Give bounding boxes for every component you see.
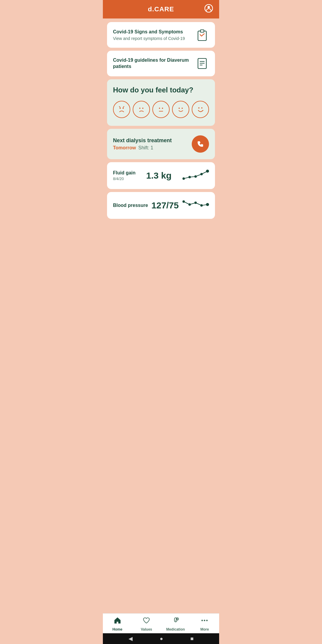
blood-pressure-card[interactable]: Blood pressure 127/75 bbox=[107, 192, 215, 219]
covid-symptoms-text: Covid-19 Signs and Symptoms View and rep… bbox=[113, 29, 185, 41]
blood-pressure-label: Blood pressure bbox=[113, 203, 148, 208]
feel-title: How do you feel today? bbox=[113, 86, 209, 94]
document-icon bbox=[195, 57, 209, 70]
app-header: d.CARE bbox=[103, 0, 219, 18]
blood-pressure-value: 127/75 bbox=[151, 200, 179, 210]
svg-point-29 bbox=[206, 203, 209, 206]
covid-symptoms-card[interactable]: Covid-19 Signs and Symptoms View and rep… bbox=[107, 22, 215, 48]
svg-point-17 bbox=[182, 108, 183, 109]
covid-guidelines-card[interactable]: Covid-19 guidelines for Diaverum patient… bbox=[107, 51, 215, 76]
dialysis-info: Next dialysis treatment Tomorrow Shift: … bbox=[113, 137, 172, 151]
fluid-gain-chart bbox=[182, 168, 209, 183]
svg-point-10 bbox=[123, 108, 124, 109]
covid-symptoms-subtitle: View and report symptoms of Covid-19 bbox=[113, 36, 185, 41]
svg-point-28 bbox=[200, 204, 203, 207]
face-sad[interactable] bbox=[133, 101, 150, 118]
svg-point-12 bbox=[142, 108, 143, 109]
blood-pressure-chart bbox=[182, 198, 209, 213]
svg-point-18 bbox=[198, 107, 199, 109]
profile-icon[interactable] bbox=[204, 4, 213, 15]
svg-point-19 bbox=[201, 107, 202, 109]
svg-rect-4 bbox=[200, 30, 204, 32]
fluid-gain-text: Fluid gain 8/4/20 bbox=[113, 170, 136, 181]
call-button[interactable] bbox=[192, 135, 209, 153]
fluid-gain-label: Fluid gain bbox=[113, 170, 136, 176]
main-scroll-area: Covid-19 Signs and Symptoms View and rep… bbox=[103, 18, 219, 243]
dialysis-card: Next dialysis treatment Tomorrow Shift: … bbox=[107, 129, 215, 159]
svg-point-9 bbox=[120, 108, 121, 109]
svg-point-11 bbox=[139, 108, 140, 109]
covid-guidelines-title: Covid-19 guidelines for Diaverum patient… bbox=[113, 57, 193, 70]
feel-today-card: How do you feel today? bbox=[107, 79, 215, 126]
svg-point-27 bbox=[194, 202, 197, 204]
covid-symptoms-title: Covid-19 Signs and Symptoms bbox=[113, 29, 185, 35]
blood-pressure-text: Blood pressure bbox=[113, 203, 148, 208]
face-neutral[interactable] bbox=[152, 101, 170, 118]
fluid-gain-value: 1.3 kg bbox=[146, 171, 171, 181]
svg-point-20 bbox=[182, 177, 185, 180]
svg-point-13 bbox=[159, 108, 160, 109]
svg-point-24 bbox=[206, 170, 209, 173]
face-very-happy[interactable] bbox=[192, 101, 209, 118]
face-very-sad[interactable] bbox=[113, 101, 130, 118]
covid-guidelines-text: Covid-19 guidelines for Diaverum patient… bbox=[113, 57, 193, 70]
svg-point-1 bbox=[208, 6, 210, 8]
emoji-row bbox=[113, 101, 209, 118]
clipboard-icon bbox=[195, 28, 209, 42]
dialysis-sub: Tomorrow Shift: 1 bbox=[113, 145, 172, 151]
svg-point-22 bbox=[194, 175, 197, 178]
dialysis-title: Next dialysis treatment bbox=[113, 137, 172, 144]
svg-point-16 bbox=[179, 108, 180, 109]
app-title: d.CARE bbox=[148, 5, 174, 13]
svg-point-21 bbox=[188, 176, 191, 178]
fluid-gain-date: 8/4/20 bbox=[113, 177, 136, 181]
svg-point-25 bbox=[182, 200, 185, 203]
dialysis-shift: Shift: 1 bbox=[138, 145, 153, 151]
fluid-gain-card[interactable]: Fluid gain 8/4/20 1.3 kg bbox=[107, 162, 215, 189]
svg-point-23 bbox=[200, 173, 203, 175]
dialysis-when: Tomorrow bbox=[113, 145, 136, 151]
face-happy[interactable] bbox=[172, 101, 189, 118]
svg-point-14 bbox=[162, 108, 163, 109]
svg-point-26 bbox=[188, 203, 191, 206]
